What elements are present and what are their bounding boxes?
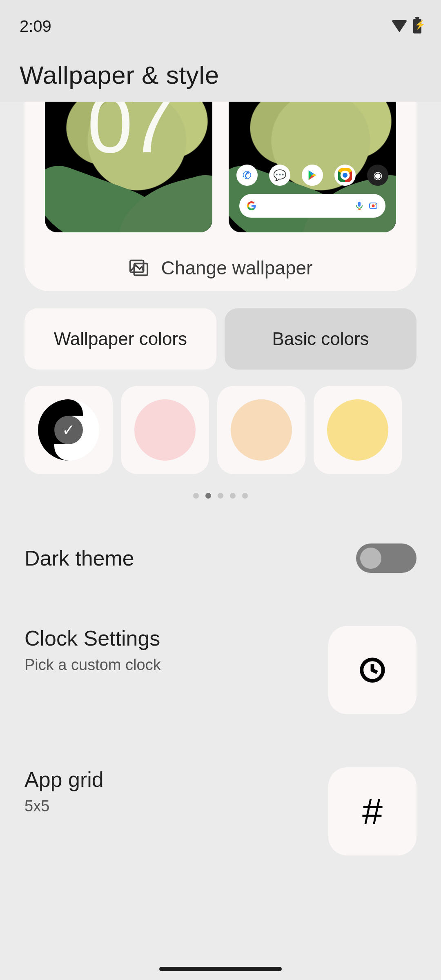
status-bar: 2:09 <box>0 0 441 41</box>
app-grid-subtitle: 5x5 <box>24 797 104 815</box>
svg-point-14 <box>372 205 375 207</box>
camera-app-icon: ◉ <box>367 165 388 186</box>
lens-icon <box>368 201 378 211</box>
page-title: Wallpaper & style <box>0 41 441 89</box>
wallpaper-preview-card: 07 ✆ 💬 ◉ <box>24 102 416 291</box>
tab-wallpaper-colors-label: Wallpaper colors <box>54 329 187 349</box>
tab-wallpaper-colors[interactable]: Wallpaper colors <box>24 308 216 370</box>
page-dot[interactable] <box>193 493 199 499</box>
homescreen-preview[interactable]: ✆ 💬 ◉ <box>229 102 396 232</box>
svg-point-15 <box>375 204 376 205</box>
color-circle-icon <box>134 399 196 461</box>
color-swatch-2[interactable] <box>217 386 305 474</box>
color-swatch-1[interactable] <box>121 386 209 474</box>
color-swatch-dynamic[interactable]: ✓ <box>24 386 113 474</box>
phone-app-icon: ✆ <box>236 165 258 186</box>
play-store-app-icon <box>302 165 323 186</box>
clock-settings-row[interactable]: Clock Settings Pick a custom clock <box>24 626 416 714</box>
grid-icon: # <box>362 791 383 833</box>
messages-app-icon: 💬 <box>269 165 290 186</box>
change-wallpaper-label: Change wallpaper <box>161 257 313 279</box>
app-grid-tile[interactable]: # <box>328 767 416 855</box>
picture-icon <box>129 258 149 277</box>
color-circle-icon <box>231 399 292 461</box>
color-swatch-row: ✓ <box>24 386 416 474</box>
google-g-icon <box>247 201 256 211</box>
battery-icon <box>413 19 421 33</box>
search-bar-preview <box>239 194 385 218</box>
tab-basic-colors-label: Basic colors <box>272 329 369 349</box>
wifi-icon <box>391 20 408 32</box>
swatch-page-dots <box>24 493 416 499</box>
page-dot[interactable] <box>230 493 236 499</box>
clock-icon <box>358 656 387 684</box>
dark-theme-label: Dark theme <box>24 546 134 570</box>
color-circle-icon <box>327 399 388 461</box>
page-dot[interactable] <box>218 493 223 499</box>
page-dot[interactable] <box>205 493 211 499</box>
dark-theme-toggle[interactable] <box>356 543 416 573</box>
lockscreen-preview[interactable]: 07 <box>45 102 212 232</box>
statusbar-time: 2:09 <box>20 17 51 36</box>
app-grid-row[interactable]: App grid 5x5 # <box>24 767 416 855</box>
clock-settings-title: Clock Settings <box>24 626 161 650</box>
page-dot[interactable] <box>242 493 248 499</box>
selected-check-icon: ✓ <box>54 416 83 444</box>
mic-icon <box>354 201 364 211</box>
change-wallpaper-button[interactable]: Change wallpaper <box>24 257 416 279</box>
dark-theme-row[interactable]: Dark theme <box>24 543 416 573</box>
clock-settings-subtitle: Pick a custom clock <box>24 656 161 674</box>
clock-settings-tile[interactable] <box>328 626 416 714</box>
svg-rect-10 <box>358 202 361 207</box>
color-source-tabs: Wallpaper colors Basic colors <box>24 308 416 370</box>
chrome-app-icon <box>334 165 356 186</box>
gesture-nav-bar[interactable] <box>0 967 441 971</box>
color-swatch-3[interactable] <box>314 386 402 474</box>
tab-basic-colors[interactable]: Basic colors <box>225 308 416 370</box>
app-grid-title: App grid <box>24 767 104 792</box>
